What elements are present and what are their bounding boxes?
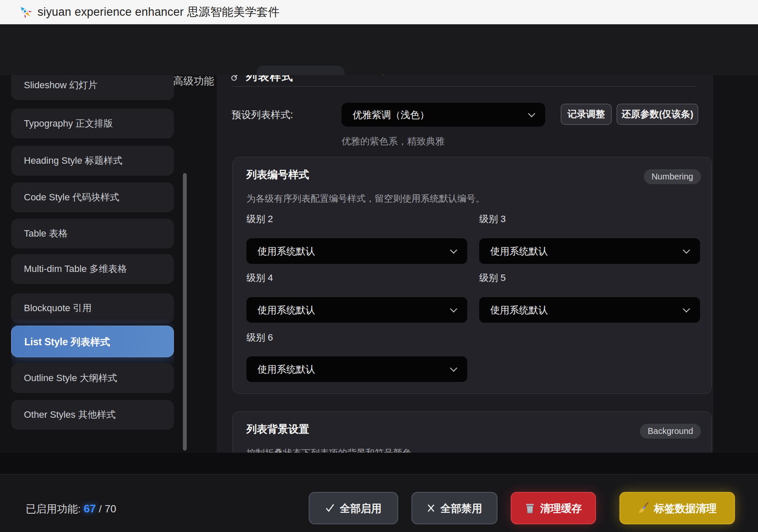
- reset-params-button[interactable]: 还原参数(仅该条): [616, 104, 698, 125]
- preset-description: 优雅的紫色系，精致典雅: [341, 135, 445, 148]
- trash-icon: [525, 503, 535, 514]
- chevron-down-icon: [450, 364, 457, 372]
- sidebar-scrollbar-thumb[interactable]: [183, 173, 187, 451]
- level-6-select[interactable]: 使用系统默认: [246, 356, 467, 382]
- sidebar-item-blockquote[interactable]: Blockquote 引用: [11, 293, 174, 323]
- enable-all-button[interactable]: 全部启用: [309, 492, 398, 524]
- chevron-down-icon: [683, 246, 690, 254]
- sidebar-item-label: Blockquote 引用: [24, 303, 92, 313]
- level-6-label: 级别 6: [246, 331, 273, 344]
- button-label: 全部禁用: [440, 501, 482, 515]
- level-5-label: 级别 5: [479, 272, 506, 284]
- sidebar-item-multidim-table[interactable]: Multi-dim Table 多维表格: [11, 254, 174, 284]
- tab-bar: 基础功能 高级功能 主题: [0, 24, 758, 75]
- sidebar-item-list-style[interactable]: List Style 列表样式: [11, 326, 174, 357]
- list-numbering-card: 列表编号样式 Numbering 为各级有序列表配置编号样式，留空则使用系统默认…: [232, 157, 712, 394]
- window-header: siyuan experience enhancer 思源智能美学套件: [0, 0, 758, 24]
- button-label: 标签数据清理: [654, 501, 717, 515]
- settings-sidebar: Slideshow 幻灯片 Typography 正文排版 Heading St…: [11, 75, 174, 453]
- sidebar-item-label: Code Style 代码块样式: [24, 192, 119, 202]
- sidebar-item-label: Multi-dim Table 多维表格: [24, 263, 127, 274]
- sidebar-item-label: Table 表格: [24, 228, 68, 239]
- sidebar-item-label: Slideshow 幻灯片: [24, 80, 97, 90]
- tab-label: 高级功能: [173, 74, 214, 88]
- sidebar-item-code-style[interactable]: Code Style 代码块样式: [11, 182, 174, 212]
- enabled-count: 67: [84, 502, 96, 515]
- settings-content-panel: 列表样式 预设列表样式: 优雅紫调（浅色） 记录调整 还原参数(仅该条) 优雅的…: [217, 75, 713, 453]
- chevron-down-icon: [683, 305, 690, 312]
- clear-cache-button[interactable]: 清理缓存: [511, 492, 596, 524]
- enabled-total: / 70: [96, 503, 116, 515]
- check-icon: [325, 503, 335, 513]
- preset-list-style-label: 预设列表样式:: [231, 108, 293, 121]
- numbering-badge: Numbering: [644, 169, 701, 184]
- section-heading-text: 列表样式: [246, 75, 294, 84]
- button-label: 全部启用: [340, 501, 382, 515]
- level-4-select[interactable]: 使用系统默认: [246, 297, 467, 323]
- plugin-settings-window: siyuan experience enhancer 思源智能美学套件 基础功能…: [0, 0, 758, 532]
- level-5-select[interactable]: 使用系统默认: [479, 297, 700, 323]
- preset-style-selected-value: 优雅紫调（浅色）: [353, 108, 429, 121]
- footer-bar: 已启用功能: 67 / 70 全部启用 全部禁用 清理缓存: [0, 474, 758, 532]
- app-title: siyuan experience enhancer 思源智能美学套件: [38, 4, 280, 20]
- broom-icon: [638, 502, 649, 514]
- select-value: 使用系统默认: [490, 245, 548, 258]
- sidebar-item-outline-style[interactable]: Outline Style 大纲样式: [11, 363, 174, 393]
- sidebar-item-slideshow[interactable]: Slideshow 幻灯片: [11, 75, 174, 100]
- x-icon: [427, 504, 435, 512]
- sidebar-item-label: Outline Style 大纲样式: [24, 373, 117, 383]
- chevron-down-icon: [528, 110, 535, 117]
- sidebar-item-typography[interactable]: Typography 正文排版: [11, 109, 174, 139]
- list-background-card: 列表背景设置 Background 控制折叠状态下列表项的背景和符号颜色: [232, 411, 712, 453]
- sidebar-item-label: List Style 列表样式: [24, 336, 110, 347]
- bottom-gap-strip: [0, 453, 758, 474]
- sidebar-item-label: Other Styles 其他样式: [24, 409, 116, 420]
- level-3-label: 级别 3: [479, 213, 506, 226]
- card-description: 为各级有序列表配置编号样式，留空则使用系统默认编号。: [246, 192, 485, 205]
- link-icon: [231, 75, 240, 81]
- record-adjustment-button[interactable]: 记录调整: [561, 104, 612, 125]
- sidebar-item-other-styles[interactable]: Other Styles 其他样式: [11, 400, 174, 430]
- sidebar-item-label: Typography 正文排版: [24, 118, 113, 129]
- card-title: 列表背景设置: [246, 422, 309, 436]
- chevron-down-icon: [450, 246, 457, 254]
- card-title: 列表编号样式: [246, 168, 309, 182]
- level-2-select[interactable]: 使用系统默认: [246, 238, 467, 264]
- button-label: 还原参数(仅该条): [622, 108, 694, 121]
- button-label: 记录调整: [567, 108, 605, 121]
- level-3-select[interactable]: 使用系统默认: [479, 238, 700, 264]
- sidebar-item-table[interactable]: Table 表格: [11, 219, 174, 249]
- section-divider: [231, 86, 697, 87]
- clean-tag-data-button[interactable]: 标签数据清理: [619, 492, 735, 524]
- disable-all-button[interactable]: 全部禁用: [411, 492, 498, 524]
- sidebar-item-heading-style[interactable]: Heading Style 标题样式: [11, 146, 174, 176]
- chevron-down-icon: [450, 305, 457, 312]
- level-2-label: 级别 2: [246, 213, 273, 226]
- select-value: 使用系统默认: [257, 304, 315, 317]
- card-description: 控制折叠状态下列表项的背景和符号颜色: [246, 447, 411, 453]
- select-value: 使用系统默认: [257, 245, 315, 258]
- select-value: 使用系统默认: [490, 304, 548, 317]
- section-heading-clipped: 列表样式: [231, 75, 410, 84]
- background-badge: Background: [640, 424, 701, 439]
- preset-style-select[interactable]: 优雅紫调（浅色）: [341, 103, 545, 127]
- level-4-label: 级别 4: [246, 272, 273, 284]
- select-value: 使用系统默认: [257, 363, 315, 376]
- rocket-icon: [18, 4, 33, 20]
- sidebar-item-label: Heading Style 标题样式: [24, 155, 122, 166]
- enabled-features-status: 已启用功能: 67 / 70: [26, 502, 116, 516]
- enabled-features-label: 已启用功能:: [26, 503, 84, 515]
- button-label: 清理缓存: [540, 501, 582, 515]
